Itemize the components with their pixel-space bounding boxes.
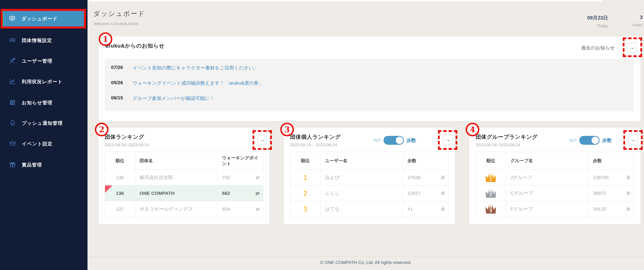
user-name-cell: みよぴ bbox=[320, 170, 403, 186]
sidebar-item-org-settings[interactable]: 団体情報設定 bbox=[0, 33, 87, 47]
bell-icon bbox=[9, 119, 16, 127]
toggle-wp-label[interactable]: WP bbox=[374, 138, 381, 143]
stat-users: 3 Users bbox=[632, 14, 643, 27]
value-cell: 654 pt bbox=[218, 201, 263, 217]
org-ranking-table: 順位 団体名 ウォーキングポイント 135 株式会社歩太郎 702 pt 136… bbox=[105, 152, 263, 217]
value-cell: 702 pt bbox=[218, 170, 263, 186]
news-list: 07/26 イベント告知の際にキャラクター素材をご活用ください。 05/26 ウ… bbox=[105, 59, 634, 111]
rank-cell: 135 bbox=[105, 170, 135, 186]
sidebar-item-push-notification[interactable]: プッシュ通知管理 bbox=[0, 116, 87, 130]
steps-value: 13917 bbox=[408, 191, 421, 196]
value-cell: 41 歩 bbox=[403, 201, 449, 217]
steps-value: 34125 bbox=[593, 206, 606, 212]
horizontal-scrollbar-track[interactable] bbox=[88, 0, 602, 1]
column-header-steps: 歩数 bbox=[403, 152, 449, 170]
users-label: Users bbox=[632, 22, 643, 27]
wp-steps-toggle[interactable] bbox=[579, 136, 600, 145]
sidebar-item-user-management[interactable]: ユーザー管理 bbox=[0, 54, 87, 68]
sidebar-item-label: お知らせ管理 bbox=[22, 100, 52, 106]
user-name-cell: ふくし bbox=[320, 186, 403, 201]
column-header-walking-points: ウォーキングポイント bbox=[218, 152, 263, 170]
crown-silver-icon: 2 bbox=[485, 188, 497, 199]
news-item: 05/26 ウォーキングイベント成功秘訣教えます！「aruku&虎の巻」 bbox=[111, 80, 634, 95]
sidebar-item-news-management[interactable]: お知らせ管理 bbox=[0, 96, 87, 110]
toggle-steps-label[interactable]: 歩数 bbox=[602, 137, 612, 144]
crown-bronze-icon: 3 bbox=[485, 204, 497, 215]
annotation-circle-1: 1 bbox=[99, 32, 112, 46]
wp-steps-toggle-group: WP 歩数 bbox=[569, 136, 612, 145]
arrow-right-icon: → bbox=[630, 137, 636, 143]
sidebar-item-dashboard[interactable]: ダッシュボード bbox=[3, 11, 84, 26]
personal-ranking-title: 団体個人ランキング bbox=[290, 133, 341, 141]
rank-cell-highlighted: 136 bbox=[105, 186, 135, 201]
org-ranking-period: 2023-09-18~2023-09-24 bbox=[105, 143, 149, 147]
crown-icon bbox=[9, 140, 16, 148]
points-value: 662 bbox=[222, 191, 230, 196]
wp-steps-toggle-group: WP 歩数 bbox=[374, 136, 416, 145]
toggle-wp-label[interactable]: WP bbox=[569, 138, 577, 143]
active-accent-bar bbox=[3, 11, 4, 26]
rank-cell: 3 bbox=[290, 201, 320, 217]
arrow-right-icon: → bbox=[629, 44, 634, 50]
stat-today: 09月23日 Today bbox=[587, 14, 608, 28]
org-ranking-arrow-button[interactable]: → bbox=[257, 135, 267, 144]
sidebar: ダッシュボード 団体情報設定 ユーザー管理 利用状況レポート お知らせ管理 プッ… bbox=[0, 0, 88, 270]
sidebar-item-event-settings[interactable]: イベント設定 bbox=[0, 137, 87, 151]
user-name-cell: はてな bbox=[320, 201, 403, 217]
steps-unit: 歩 bbox=[626, 206, 630, 212]
sidebar-item-label: イベント設定 bbox=[22, 141, 53, 147]
today-label: Today bbox=[587, 23, 608, 28]
value-cell: 13917 歩 bbox=[403, 186, 449, 201]
org-name-cell-highlighted: ONE COMPATH bbox=[135, 186, 218, 201]
annotation-circle-3: 3 bbox=[280, 123, 294, 136]
toggle-steps-label[interactable]: 歩数 bbox=[406, 137, 416, 144]
announcements-title: aruku&からのお知らせ bbox=[105, 42, 164, 49]
rank-cell: 1 bbox=[476, 170, 506, 186]
toggle-knob bbox=[396, 137, 403, 144]
crown-gold-icon: 1 bbox=[485, 172, 497, 183]
annotation-red-box-active-item: ダッシュボード bbox=[1, 9, 86, 28]
highlight-corner-triangle bbox=[105, 186, 112, 193]
rank-cell: 1 bbox=[290, 170, 320, 186]
column-header-org-name: 団体名 bbox=[135, 152, 218, 170]
value-cell: 27936 歩 bbox=[403, 170, 449, 186]
steps-value: 41 bbox=[408, 206, 413, 212]
page-subtitle: Welcome to Aruku& Admin bbox=[94, 21, 139, 26]
news-link[interactable]: グループ参加メンバーが確認可能に！ bbox=[132, 95, 214, 102]
news-link[interactable]: ウォーキングイベント成功秘訣教えます！「aruku&虎の巻」 bbox=[132, 80, 263, 86]
sidebar-item-label: プッシュ通知管理 bbox=[22, 120, 63, 127]
rank-cell: 137 bbox=[105, 201, 135, 217]
personal-ranking-period: 2023-09-18 ~ 2023-09-24 bbox=[290, 143, 337, 147]
column-header-group-name: グループ名 bbox=[506, 152, 588, 170]
user-gear-icon bbox=[9, 57, 16, 65]
announcements-card: aruku&からのお知らせ 過去のお知らせ → 07/26 イベント告知の際にキ… bbox=[98, 36, 640, 121]
column-header-rank: 順位 bbox=[105, 152, 135, 170]
sidebar-item-label: 利用状況レポート bbox=[22, 78, 63, 85]
footer-divider bbox=[88, 257, 644, 257]
annotation-circle-2: 2 bbox=[95, 123, 108, 136]
org-ranking-title: 団体ランキング bbox=[105, 133, 144, 141]
steps-unit: 歩 bbox=[441, 175, 445, 180]
sidebar-item-usage-report[interactable]: 利用状況レポート bbox=[0, 74, 87, 89]
past-announcements-link[interactable]: 過去のお知らせ bbox=[581, 45, 615, 51]
org-name-cell: ポタコホールディングス bbox=[135, 201, 218, 217]
users-count-value: 3 bbox=[632, 14, 643, 20]
rank-cell: 3 bbox=[476, 201, 506, 217]
group-ranking-arrow-button[interactable]: → bbox=[628, 135, 638, 144]
steps-value: 27936 bbox=[408, 175, 421, 180]
personal-ranking-arrow-button[interactable]: → bbox=[443, 135, 452, 144]
today-date-value: 09月23日 bbox=[587, 14, 608, 21]
news-date: 06/15 bbox=[111, 95, 125, 100]
personal-ranking-table: 順位 ユーザー名 歩数 1 みよぴ 27936 歩 2 ふくし 13917 歩 … bbox=[290, 152, 449, 217]
group-ranking-card: 団体グループランキング 2023-09-18~2023-09-24 WP 歩数 … bbox=[469, 128, 640, 224]
sidebar-item-prize-management[interactable]: 賞品管理 bbox=[0, 158, 87, 172]
gift-icon bbox=[9, 161, 16, 169]
news-link[interactable]: イベント告知の際にキャラクター素材をご活用ください。 bbox=[132, 65, 258, 71]
value-cell: 38872 歩 bbox=[588, 186, 634, 201]
sidebar-item-label: ユーザー管理 bbox=[22, 58, 52, 64]
rank-cell: 2 bbox=[476, 186, 506, 201]
wp-steps-toggle[interactable] bbox=[384, 136, 404, 145]
points-value: 702 bbox=[222, 175, 230, 180]
sidebar-item-label: 賞品管理 bbox=[22, 162, 42, 168]
past-announcements-arrow-button[interactable]: → bbox=[627, 42, 637, 52]
